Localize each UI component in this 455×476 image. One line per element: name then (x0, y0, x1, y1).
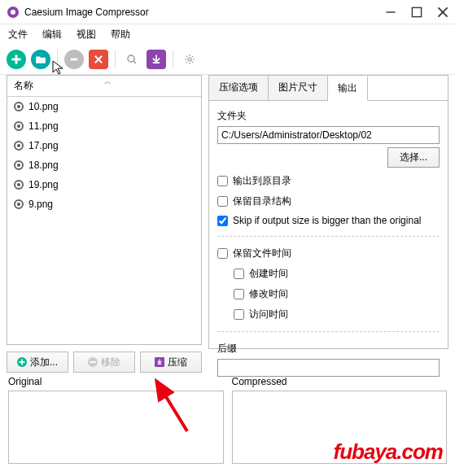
select-folder-button[interactable]: 选择... (387, 147, 440, 168)
file-row[interactable]: 18.png (7, 155, 201, 175)
delete-icon[interactable] (89, 50, 108, 69)
output-panel: 文件夹 选择... 输出到原目录 保留目录结构 Skip if output s… (208, 100, 448, 349)
window-title: Caesium Image Compressor (24, 7, 385, 18)
checkbox-skip-bigger[interactable] (217, 216, 228, 226)
radio-icon (14, 180, 24, 190)
radio-icon (14, 121, 24, 131)
svg-line-12 (133, 61, 136, 63)
close-button[interactable] (437, 7, 448, 18)
menubar: 文件 编辑 视图 帮助 (0, 24, 455, 45)
file-name: 17.png (28, 140, 59, 151)
settings-icon[interactable] (180, 50, 199, 69)
compress-button[interactable]: 压缩 (140, 352, 202, 373)
svg-point-1 (11, 10, 15, 15)
file-name: 11.png (28, 120, 59, 132)
file-row[interactable]: 11.png (7, 116, 201, 136)
file-name: 18.png (28, 159, 59, 171)
suffix-input[interactable] (217, 359, 440, 377)
toolbar (0, 45, 455, 75)
divider (217, 236, 440, 237)
column-header-name[interactable]: 名称︿ (7, 76, 201, 97)
divider (217, 331, 440, 332)
menu-help[interactable]: 帮助 (111, 28, 130, 41)
checkbox-keep-structure[interactable] (217, 196, 228, 207)
radio-icon (14, 102, 24, 111)
remove-button[interactable]: 移除 (73, 352, 135, 373)
radio-icon (14, 141, 24, 151)
preview-original-label: Original (8, 376, 224, 387)
checkbox-mtime[interactable] (234, 289, 244, 299)
maximize-button[interactable] (411, 7, 422, 18)
preview-compressed-label: Compressed (232, 376, 448, 387)
compress-action-icon (155, 357, 164, 367)
file-row[interactable]: 9.png (7, 194, 201, 214)
checkbox-keep-filetime[interactable] (217, 248, 228, 259)
file-row[interactable]: 17.png (7, 136, 201, 155)
svg-point-13 (188, 58, 191, 61)
tabs: 压缩选项 图片尺寸 输出 (208, 75, 448, 100)
radio-icon (14, 199, 24, 209)
file-name: 19.png (28, 179, 59, 190)
compress-icon[interactable] (147, 50, 166, 69)
folder-input[interactable] (217, 126, 440, 144)
tab-compress-options[interactable]: 压缩选项 (209, 76, 269, 100)
toolbar-separator (173, 50, 173, 68)
add-button[interactable]: 添加... (7, 352, 68, 373)
svg-point-11 (128, 55, 134, 62)
remove-icon[interactable] (64, 50, 84, 69)
checkbox-ctime[interactable] (234, 269, 244, 279)
folder-label: 文件夹 (217, 109, 440, 123)
file-table[interactable]: 名称︿ 10.png11.png17.png18.png19.png9.png (7, 75, 202, 345)
watermark: fubaya.com (334, 439, 444, 465)
plus-icon (17, 357, 27, 367)
radio-icon (14, 160, 24, 170)
tab-output[interactable]: 输出 (328, 76, 368, 101)
toolbar-separator (57, 50, 58, 68)
tab-image-size[interactable]: 图片尺寸 (269, 76, 328, 100)
sort-indicator-icon: ︿ (104, 76, 112, 87)
app-icon (7, 6, 20, 19)
svg-rect-3 (412, 7, 421, 16)
file-name: 9.png (28, 199, 53, 210)
preview-compressed-box: fubaya.com (232, 391, 448, 464)
suffix-label: 后缀 (217, 342, 440, 356)
add-folder-icon[interactable] (31, 50, 50, 69)
file-row[interactable]: 19.png (7, 175, 201, 194)
checkbox-output-same-folder[interactable] (217, 176, 228, 186)
checkbox-atime[interactable] (234, 309, 244, 320)
search-icon[interactable] (122, 50, 142, 69)
file-row[interactable]: 10.png (7, 97, 201, 116)
file-name: 10.png (28, 101, 59, 112)
menu-file[interactable]: 文件 (8, 28, 28, 41)
add-file-icon[interactable] (7, 50, 26, 69)
minimize-button[interactable] (385, 7, 396, 18)
menu-view[interactable]: 视图 (77, 28, 96, 41)
minus-icon (88, 357, 98, 367)
preview-original-box (8, 391, 224, 464)
menu-edit[interactable]: 编辑 (42, 28, 62, 41)
titlebar: Caesium Image Compressor (0, 0, 455, 24)
toolbar-separator (115, 50, 116, 68)
